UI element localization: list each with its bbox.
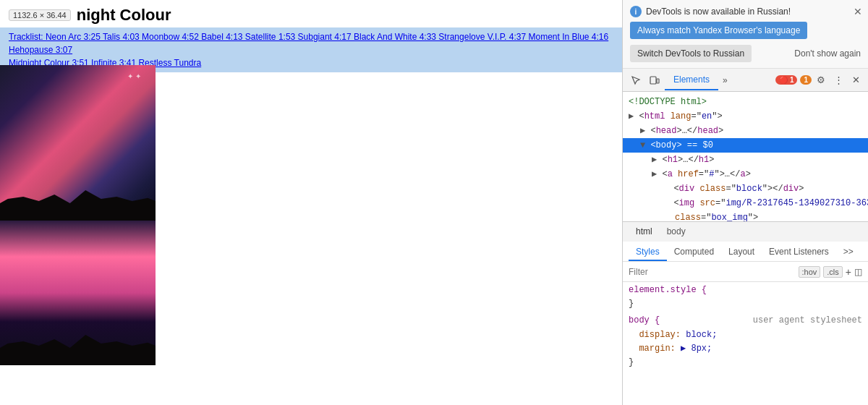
- svg-rect-1: [657, 79, 659, 83]
- dont-show-link[interactable]: Don't show again: [794, 48, 861, 59]
- tab-html[interactable]: html: [629, 223, 660, 242]
- filter-pseudo[interactable]: :hov: [799, 266, 821, 278]
- tab-bar: Elements »: [665, 70, 774, 90]
- tree-doctype: <!DOCTYPE html>: [623, 95, 868, 109]
- match-language-button[interactable]: Always match Yandex Browser's language: [630, 22, 807, 39]
- tree-a[interactable]: ▶ <a href="#">…</a>: [623, 167, 868, 182]
- tree-div-block[interactable]: <div class="block"></div>: [623, 182, 868, 196]
- expand-body[interactable]: ▼: [640, 140, 650, 150]
- notification-title: i DevTools is now available in Russian!: [630, 6, 861, 17]
- tab-body[interactable]: body: [660, 223, 693, 242]
- page-title: night Colour: [77, 6, 171, 25]
- close-notification-button[interactable]: ✕: [854, 6, 862, 17]
- warning-badge: 1: [800, 75, 812, 85]
- album-silhouette: [0, 177, 156, 221]
- inspect-button[interactable]: [627, 72, 644, 88]
- body-selector: body {: [629, 315, 660, 325]
- tab-elements[interactable]: Elements: [665, 70, 718, 90]
- element-style-block: element.style { }: [623, 282, 868, 312]
- album-image-bottom: [0, 221, 156, 365]
- margin-value: ▶ 8px;: [681, 344, 712, 354]
- filter-input[interactable]: [629, 267, 796, 277]
- switch-language-button[interactable]: Switch DevTools to Russian: [630, 45, 752, 62]
- tree-head[interactable]: ▶ <head>…</head>: [623, 124, 868, 138]
- filter-bar: :hov .cls + ◫: [623, 262, 868, 282]
- inspect-icon: [631, 75, 641, 85]
- expand-head[interactable]: ▶: [640, 126, 650, 136]
- toolbar-right: 🔴 1 1 ⚙ ⋮ ✕: [775, 72, 864, 88]
- album-silhouette-2: [0, 322, 156, 365]
- subtab-more[interactable]: >>: [836, 244, 861, 261]
- page-header: 1132.6 × 36.44 night Colour: [0, 0, 622, 27]
- album-stars: ✦ ✦: [127, 72, 141, 80]
- expand-a[interactable]: ▶: [652, 169, 662, 179]
- webpage-panel: 1132.6 × 36.44 night Colour Tracklist: N…: [0, 0, 622, 405]
- expand-h1[interactable]: ▶: [652, 155, 662, 165]
- filter-sidebar-button[interactable]: ◫: [854, 267, 862, 277]
- svg-rect-0: [650, 77, 656, 84]
- display-prop: display:: [639, 330, 681, 340]
- tree-html[interactable]: ▶ <html lang="en">: [623, 109, 868, 124]
- element-style-close: }: [629, 299, 634, 309]
- tree-img-class: class="box_img">: [623, 210, 868, 221]
- devtools-toolbar: Elements » 🔴 1 1 ⚙ ⋮ ✕: [623, 69, 868, 92]
- device-button[interactable]: [646, 72, 663, 88]
- bottom-tabs: html body: [623, 221, 868, 242]
- expand-html[interactable]: ▶: [629, 111, 639, 122]
- tree-body[interactable]: ▼ <body> == $0: [623, 138, 868, 153]
- more-options-button[interactable]: ⋮: [830, 72, 847, 88]
- dimension-badge: 1132.6 × 36.44: [9, 9, 71, 21]
- album-image-top: ✦ ✦: [0, 65, 156, 221]
- filter-plus-button[interactable]: +: [846, 266, 851, 278]
- subtab-layout[interactable]: Layout: [721, 244, 762, 261]
- tree-img[interactable]: <img src="img/R-2317645-1349027310-3638.…: [623, 196, 868, 210]
- subtab-computed[interactable]: Computed: [667, 244, 721, 261]
- subtab-styles[interactable]: Styles: [629, 244, 667, 261]
- notification-bar: i DevTools is now available in Russian! …: [623, 0, 868, 69]
- settings-button[interactable]: ⚙: [813, 72, 829, 88]
- display-value: block;: [686, 330, 717, 340]
- close-devtools-button[interactable]: ✕: [848, 72, 864, 88]
- tree-h1[interactable]: ▶ <h1>…</h1>: [623, 153, 868, 167]
- html-tree: <!DOCTYPE html> ▶ <html lang="en"> ▶ <he…: [623, 92, 868, 221]
- body-style-close: }: [629, 357, 634, 367]
- element-style-selector: element.style {: [629, 285, 707, 295]
- styles-sub-tabs: Styles Computed Layout Event Listeners >…: [623, 242, 868, 262]
- error-badge: 🔴 1: [775, 75, 797, 85]
- notification-text: DevTools is now available in Russian!: [646, 7, 791, 17]
- subtab-event-listeners[interactable]: Event Listeners: [762, 244, 836, 261]
- tab-more[interactable]: »: [718, 72, 732, 88]
- info-icon: i: [630, 6, 642, 17]
- devtools-panel: i DevTools is now available in Russian! …: [622, 0, 868, 405]
- doctype-text: <!DOCTYPE html>: [629, 97, 707, 107]
- device-icon: [650, 75, 660, 85]
- notification-buttons: Always match Yandex Browser's language S…: [630, 22, 861, 62]
- margin-prop: margin:: [639, 344, 675, 354]
- body-style-block: body { user agent stylesheet display: bl…: [623, 312, 868, 371]
- filter-cls[interactable]: .cls: [823, 266, 843, 278]
- user-agent-comment: user agent stylesheet: [753, 314, 862, 328]
- styles-panel: element.style { } body { user agent styl…: [623, 282, 868, 405]
- tracklist-line1[interactable]: Tracklist: Neon Arc 3:25 Talis 4:03 Moon…: [9, 30, 613, 56]
